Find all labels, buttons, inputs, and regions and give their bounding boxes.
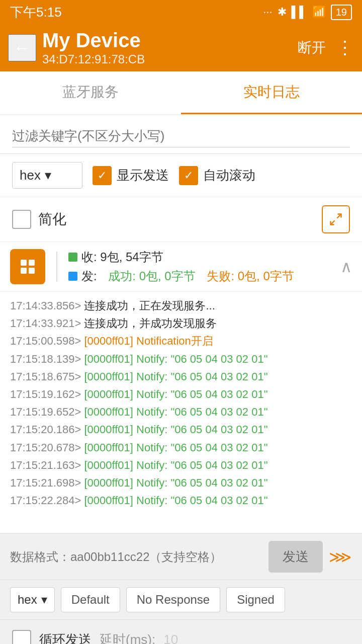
log-entry: 17:15:22.284> [0000ff01] Notify: "06 05 … — [10, 492, 352, 509]
expand-send-icon[interactable]: ⋙ — [329, 547, 352, 567]
auto-scroll-checkbox[interactable]: ✓ — [179, 166, 198, 185]
toolbar-title-area: My Device 34:D7:12:91:78:CB — [42, 29, 292, 66]
bottom-format-select[interactable]: hex ▾ — [10, 587, 55, 612]
simplify-label: 简化 — [38, 210, 66, 229]
send-button[interactable]: 发送 — [268, 541, 323, 573]
recv-stats: 收: 9包, 54字节 — [68, 249, 332, 265]
collapse-button[interactable]: ∧ — [340, 257, 352, 276]
device-name: My Device — [42, 29, 292, 51]
disconnect-button[interactable]: 断开 — [298, 38, 326, 57]
filter-area — [0, 115, 362, 154]
stats-panel: 收: 9包, 54字节 发: 成功: 0包, 0字节 失败: 0包, 0字节 ∧ — [0, 242, 362, 292]
log-entry: 17:14:33.921> 连接成功，并成功发现服务 — [10, 314, 352, 332]
controls-row: hex ▾ ✓ 显示发送 ✓ 自动滚动 — [0, 154, 362, 197]
stats-divider — [56, 252, 57, 282]
bluetooth-icon: ✱ — [278, 6, 287, 19]
wifi-icon: 📶 — [312, 6, 326, 19]
log-entry: 17:15:20.678> [0000ff01] Notify: "06 05 … — [10, 439, 352, 456]
simplify-row: 简化 — [0, 197, 362, 242]
show-send-checkbox-label[interactable]: ✓ 显示发送 — [93, 166, 169, 185]
delay-value: 10 — [163, 632, 178, 645]
log-entry: 17:15:21.163> [0000ff01] Notify: "06 05 … — [10, 456, 352, 474]
mode-no-response-button[interactable]: No Response — [126, 587, 220, 612]
svg-line-0 — [337, 214, 341, 218]
bottom-row1: hex ▾ Default No Response Signed — [0, 580, 362, 620]
status-time: 下午5:15 — [10, 4, 62, 21]
device-mac: 34:D7:12:91:78:CB — [42, 52, 292, 66]
log-entry: 17:15:00.598> [0000ff01] Notification开启 — [10, 332, 352, 350]
simplify-left: 简化 — [12, 210, 66, 229]
status-icons: ··· ✱ ▌▌ 📶 19 — [263, 5, 352, 20]
toolbar: ← My Device 34:D7:12:91:78:CB 断开 ⋮ — [0, 24, 362, 71]
bottom-row2: 循环发送 延时(ms): 10 — [0, 620, 362, 644]
log-entry: 17:15:18.139> [0000ff01] Notify: "06 05 … — [10, 350, 352, 368]
more-options-button[interactable]: ⋮ — [336, 37, 354, 58]
loop-send-checkbox[interactable] — [12, 630, 31, 644]
format-select[interactable]: hex ▾ — [12, 162, 82, 189]
send-area: 发送 ⋙ — [0, 533, 362, 580]
cellular-icon: ▌▌ — [292, 6, 307, 19]
stats-icon — [10, 249, 45, 284]
show-send-checkbox[interactable]: ✓ — [93, 166, 112, 185]
mode-signed-button[interactable]: Signed — [226, 587, 285, 612]
chevron-down-icon: ▾ — [41, 593, 47, 607]
log-entry: 17:15:18.675> [0000ff01] Notify: "06 05 … — [10, 368, 352, 385]
loop-send-label: 循环发送 — [39, 631, 92, 645]
auto-scroll-checkbox-label[interactable]: ✓ 自动滚动 — [179, 166, 255, 185]
battery-indicator: 19 — [331, 5, 352, 20]
delay-label: 延时(ms): — [100, 631, 155, 645]
send-input[interactable] — [10, 550, 262, 564]
simplify-checkbox[interactable] — [12, 210, 31, 229]
bottom-controls: hex ▾ Default No Response Signed 循环发送 延时… — [0, 580, 362, 644]
log-entry: 17:15:20.186> [0000ff01] Notify: "06 05 … — [10, 421, 352, 438]
tab-bar: 蓝牙服务 实时日志 — [0, 71, 362, 115]
log-entry: 17:14:33.856> 连接成功，正在发现服务... — [10, 297, 352, 314]
back-button[interactable]: ← — [8, 34, 36, 61]
send-row: 发送 ⋙ — [10, 541, 352, 573]
svg-line-1 — [331, 220, 335, 224]
chevron-down-icon: ▾ — [45, 168, 51, 183]
tab-realtime-log[interactable]: 实时日志 — [181, 71, 362, 114]
log-entry: 17:15:19.652> [0000ff01] Notify: "06 05 … — [10, 403, 352, 421]
log-entry: 17:15:19.162> [0000ff01] Notify: "06 05 … — [10, 385, 352, 403]
send-indicator — [68, 272, 77, 281]
toolbar-actions: 断开 ⋮ — [298, 37, 354, 58]
tab-bt-services[interactable]: 蓝牙服务 — [0, 71, 181, 114]
filter-input[interactable] — [12, 125, 350, 147]
expand-button[interactable] — [322, 205, 350, 233]
status-bar: 下午5:15 ··· ✱ ▌▌ 📶 19 — [0, 0, 362, 24]
mode-default-button[interactable]: Default — [61, 587, 120, 612]
send-stats: 发: 成功: 0包, 0字节 失败: 0包, 0字节 — [68, 268, 332, 284]
log-area[interactable]: 17:14:33.856> 连接成功，正在发现服务... 17:14:33.92… — [0, 292, 362, 533]
log-entry: 17:15:21.698> [0000ff01] Notify: "06 05 … — [10, 474, 352, 492]
recv-indicator — [68, 253, 77, 262]
signal-dots-icon: ··· — [263, 6, 272, 19]
stats-text: 收: 9包, 54字节 发: 成功: 0包, 0字节 失败: 0包, 0字节 — [68, 249, 332, 284]
